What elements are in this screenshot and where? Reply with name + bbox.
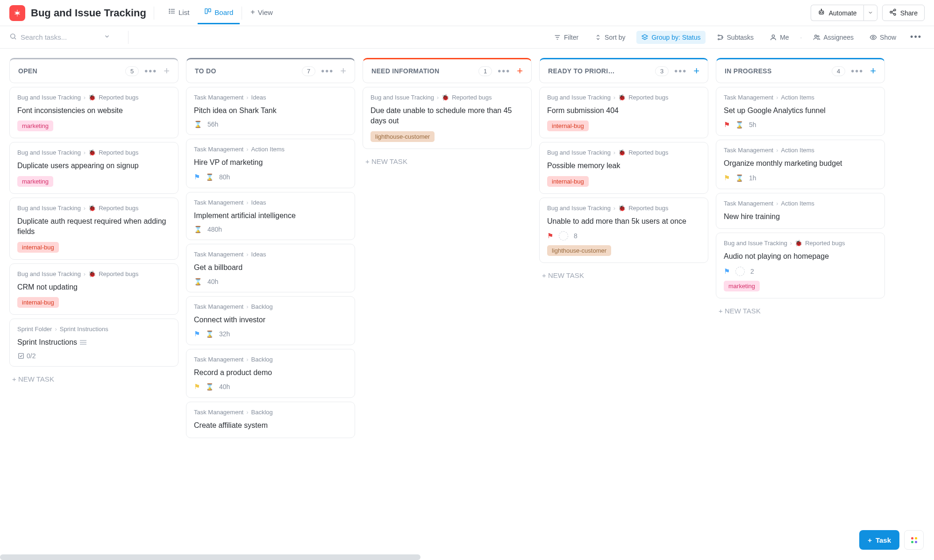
task-card[interactable]: Task Management › Backlog Record a produ… <box>186 349 355 398</box>
card-meta: ⌛480h <box>194 226 347 233</box>
tag-lighthouse-customer[interactable]: lighthouse-customer <box>547 245 611 256</box>
crumb-folder: Task Management <box>194 356 243 363</box>
column-count: 1 <box>478 66 492 76</box>
crumb-list: Reported bugs <box>452 94 492 101</box>
me-button[interactable]: Me <box>765 31 793 44</box>
tag-marketing[interactable]: marketing <box>724 281 760 291</box>
new-task-button[interactable]: + NEW TASK <box>539 267 708 284</box>
card-tags: lighthouse-customer <box>547 245 700 256</box>
task-card[interactable]: Bug and Issue Tracking › 🐞 Reported bugs… <box>716 233 885 298</box>
column-header[interactable]: TO DO 7 ••• + <box>186 58 355 83</box>
column-add[interactable]: + <box>340 66 346 76</box>
task-card[interactable]: Task Management › Ideas Implement artifi… <box>186 192 355 240</box>
column-more[interactable]: ••• <box>321 66 334 76</box>
task-card[interactable]: Task Management › Action Items Hire VP o… <box>186 139 355 188</box>
task-card[interactable]: Task Management › Action Items New hire … <box>716 193 885 229</box>
sort-button[interactable]: Sort by <box>590 31 630 44</box>
breadcrumb: Bug and Issue Tracking › 🐞 Reported bugs <box>371 94 524 101</box>
bug-emoji-icon: 🐞 <box>618 94 626 101</box>
chevron-right-icon: › <box>246 303 248 310</box>
breadcrumb: Task Management › Action Items <box>194 146 347 153</box>
description-icon <box>80 340 86 345</box>
crumb-folder: Task Management <box>194 94 243 101</box>
card-meta: ⚑⌛1h <box>724 174 877 182</box>
new-task-button[interactable]: + NEW TASK <box>716 302 885 319</box>
task-card[interactable]: Task Management › Ideas Pitch idea on Sh… <box>186 87 355 135</box>
task-card[interactable]: Task Management › Action Items Organize … <box>716 140 885 189</box>
card-title: Possible memory leak <box>547 161 700 171</box>
filter-button[interactable]: Filter <box>549 31 583 44</box>
column-add[interactable]: + <box>164 66 170 76</box>
tab-list[interactable]: List <box>162 2 196 24</box>
task-card[interactable]: Bug and Issue Tracking › 🐞 Reported bugs… <box>539 87 708 138</box>
tab-board[interactable]: Board <box>198 2 240 24</box>
svg-line-17 <box>891 10 894 12</box>
card-time: 480h <box>207 226 222 233</box>
tab-view-label: View <box>258 8 273 16</box>
show-button[interactable]: Show <box>865 31 901 44</box>
task-card[interactable]: Bug and Issue Tracking › 🐞 Reported bugs… <box>539 142 708 193</box>
card-tags: marketing <box>17 176 171 187</box>
tag-internal-bug[interactable]: internal-bug <box>17 242 59 253</box>
task-card[interactable]: Bug and Issue Tracking › 🐞 Reported bugs… <box>9 142 178 193</box>
unassigned-avatar-icon[interactable] <box>735 267 745 276</box>
search-chevron[interactable] <box>104 33 110 41</box>
svg-point-19 <box>11 34 15 38</box>
task-card[interactable]: Task Management › Backlog Create affilia… <box>186 402 355 438</box>
search-icon <box>9 33 17 42</box>
search-input[interactable] <box>21 33 95 41</box>
divider <box>154 7 154 20</box>
column-more[interactable]: ••• <box>851 66 863 76</box>
tag-internal-bug[interactable]: internal-bug <box>17 297 59 308</box>
chevron-right-icon: › <box>84 149 86 156</box>
task-card[interactable]: Task Management › Action Items Set up Go… <box>716 87 885 136</box>
task-card[interactable]: Bug and Issue Tracking › 🐞 Reported bugs… <box>9 263 178 315</box>
task-card[interactable]: Bug and Issue Tracking › 🐞 Reported bugs… <box>363 87 532 149</box>
subtasks-button[interactable]: Subtasks <box>712 31 759 44</box>
column-header[interactable]: OPEN 5 ••• + <box>9 58 178 83</box>
column-add[interactable]: + <box>517 66 523 76</box>
tag-marketing[interactable]: marketing <box>17 121 53 131</box>
column-header[interactable]: READY TO PRIORI… 3 ••• + <box>539 58 708 83</box>
tag-marketing[interactable]: marketing <box>17 176 53 187</box>
tag-internal-bug[interactable]: internal-bug <box>547 176 589 187</box>
share-button[interactable]: Share <box>882 5 925 21</box>
automate-button[interactable]: Automate <box>811 5 863 21</box>
task-card[interactable]: Bug and Issue Tracking › 🐞 Reported bugs… <box>539 198 708 263</box>
group-by-button[interactable]: Group by: Status <box>636 31 705 44</box>
brand: Bug and Issue Tracking <box>9 5 146 21</box>
new-task-button[interactable]: + NEW TASK <box>363 153 532 170</box>
plus-icon: + <box>868 536 872 544</box>
crumb-folder: Bug and Issue Tracking <box>17 270 81 277</box>
share-label: Share <box>900 9 918 17</box>
task-card[interactable]: Bug and Issue Tracking › 🐞 Reported bugs… <box>9 87 178 138</box>
automate-dropdown[interactable] <box>863 5 877 21</box>
share-icon <box>889 8 897 17</box>
new-task-button[interactable]: + NEW TASK <box>9 370 178 388</box>
tag-lighthouse-customer[interactable]: lighthouse-customer <box>371 131 435 142</box>
column-more[interactable]: ••• <box>498 66 510 76</box>
column-add[interactable]: + <box>693 66 699 76</box>
toolbar-more[interactable]: ••• <box>907 30 925 44</box>
task-card[interactable]: Sprint Folder › Sprint Instructions Spri… <box>9 319 178 367</box>
robot-icon <box>818 8 825 17</box>
svg-marker-24 <box>642 35 648 38</box>
card-meta: ⌛40h <box>194 278 347 285</box>
task-card[interactable]: Task Management › Backlog Connect with i… <box>186 296 355 345</box>
task-card[interactable]: Bug and Issue Tracking › 🐞 Reported bugs… <box>9 198 178 260</box>
svg-point-5 <box>169 11 170 11</box>
assignees-button[interactable]: Assignees <box>808 31 858 44</box>
column-more[interactable]: ••• <box>674 66 687 76</box>
column-add[interactable]: + <box>870 66 876 76</box>
new-task-fab[interactable]: + Task <box>859 530 899 550</box>
horizontal-scrollbar[interactable] <box>0 554 421 560</box>
task-card[interactable]: Task Management › Ideas Get a billboard⌛… <box>186 244 355 292</box>
column-more[interactable]: ••• <box>144 66 157 76</box>
tab-add-view[interactable]: + View <box>244 2 279 24</box>
tag-internal-bug[interactable]: internal-bug <box>547 121 589 131</box>
apps-fab[interactable] <box>904 530 924 550</box>
board-column: OPEN 5 ••• + Bug and Issue Tracking › 🐞 … <box>9 58 178 551</box>
column-header[interactable]: IN PROGRESS 4 ••• + <box>716 58 885 83</box>
column-header[interactable]: NEED INFORMATION 1 ••• + <box>363 58 532 83</box>
unassigned-avatar-icon[interactable] <box>559 231 568 241</box>
